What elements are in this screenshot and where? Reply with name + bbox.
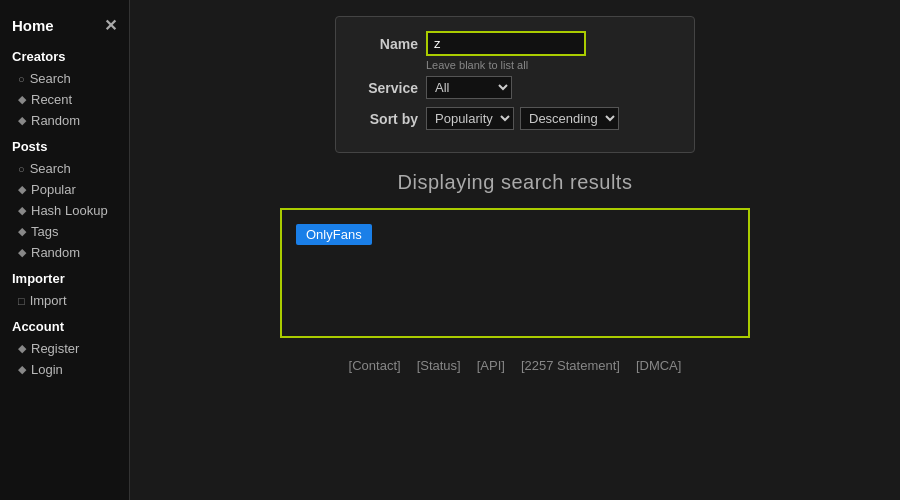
footer-link[interactable]: [Status] — [417, 358, 461, 373]
sidebar-item-login[interactable]: ◆Login — [0, 359, 129, 380]
sidebar-item-label: Hash Lookup — [31, 203, 108, 218]
sidebar-icon: ◆ — [18, 114, 26, 127]
tag-onlyfans[interactable]: OnlyFans — [296, 224, 372, 245]
home-label: Home — [12, 17, 54, 34]
sidebar-item-random[interactable]: ◆Random — [0, 110, 129, 131]
name-label: Name — [356, 36, 418, 52]
sidebar-item-hash-lookup[interactable]: ◆Hash Lookup — [0, 200, 129, 221]
service-select[interactable]: AllOnlyFansPatreonFanbox — [426, 76, 512, 99]
sidebar-item-label: Tags — [31, 224, 58, 239]
sidebar-item-search[interactable]: ○Search — [0, 68, 129, 89]
sidebar-item-label: Register — [31, 341, 79, 356]
sortby-label: Sort by — [356, 111, 418, 127]
sidebar-icon: ◆ — [18, 342, 26, 355]
search-form: Name Leave blank to list all Service All… — [335, 16, 695, 153]
footer-link[interactable]: [Contact] — [349, 358, 401, 373]
service-label: Service — [356, 80, 418, 96]
sidebar-section-creators: Creators — [0, 41, 129, 68]
sidebar-item-recent[interactable]: ◆Recent — [0, 89, 129, 110]
sidebar-item-tags[interactable]: ◆Tags — [0, 221, 129, 242]
sidebar: Home ✕ Creators○Search◆Recent◆RandomPost… — [0, 0, 130, 500]
sidebar-icon: ◆ — [18, 225, 26, 238]
sidebar-icon: ○ — [18, 163, 25, 175]
sidebar-section-importer: Importer — [0, 263, 129, 290]
sidebar-icon: ◆ — [18, 204, 26, 217]
sidebar-item-register[interactable]: ◆Register — [0, 338, 129, 359]
sidebar-icon: ◆ — [18, 93, 26, 106]
footer-link[interactable]: [DMCA] — [636, 358, 682, 373]
results-title: Displaying search results — [398, 171, 633, 194]
service-row: Service AllOnlyFansPatreonFanbox — [356, 76, 674, 99]
name-input[interactable] — [426, 31, 586, 56]
sidebar-icon: ◆ — [18, 363, 26, 376]
footer-link[interactable]: [2257 Statement] — [521, 358, 620, 373]
sidebar-item-label: Import — [30, 293, 67, 308]
results-box: OnlyFans — [280, 208, 750, 338]
close-icon[interactable]: ✕ — [104, 16, 117, 35]
footer: [Contact][Status][API][2257 Statement][D… — [349, 358, 682, 373]
sidebar-item-label: Random — [31, 113, 80, 128]
sidebar-item-search[interactable]: ○Search — [0, 158, 129, 179]
sidebar-icon: □ — [18, 295, 25, 307]
sort-selects: PopularityNameDate DescendingAscending — [426, 107, 619, 130]
sidebar-item-label: Random — [31, 245, 80, 260]
sidebar-item-label: Login — [31, 362, 63, 377]
name-row: Name — [356, 31, 674, 56]
name-hint: Leave blank to list all — [426, 59, 674, 71]
sidebar-section-account: Account — [0, 311, 129, 338]
sortby-row: Sort by PopularityNameDate DescendingAsc… — [356, 107, 674, 130]
order-select[interactable]: DescendingAscending — [520, 107, 619, 130]
sidebar-home: Home ✕ — [0, 10, 129, 41]
sidebar-icon: ○ — [18, 73, 25, 85]
sidebar-item-import[interactable]: □Import — [0, 290, 129, 311]
sidebar-item-label: Popular — [31, 182, 76, 197]
sort-select[interactable]: PopularityNameDate — [426, 107, 514, 130]
sidebar-icon: ◆ — [18, 246, 26, 259]
sidebar-item-random[interactable]: ◆Random — [0, 242, 129, 263]
sidebar-item-label: Search — [30, 161, 71, 176]
sidebar-item-popular[interactable]: ◆Popular — [0, 179, 129, 200]
sidebar-section-posts: Posts — [0, 131, 129, 158]
sidebar-item-label: Recent — [31, 92, 72, 107]
sidebar-item-label: Search — [30, 71, 71, 86]
footer-link[interactable]: [API] — [477, 358, 505, 373]
main-content: Name Leave blank to list all Service All… — [130, 0, 900, 500]
sidebar-icon: ◆ — [18, 183, 26, 196]
